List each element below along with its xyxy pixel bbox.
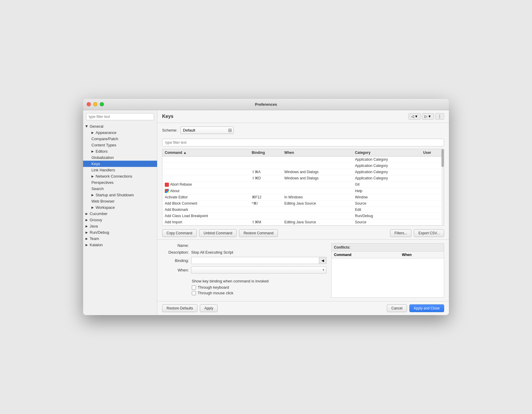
sidebar-item-appearance[interactable]: ▶ Appearance	[83, 129, 157, 136]
table-filter-input[interactable]	[162, 139, 444, 146]
when-select[interactable]	[191, 266, 327, 274]
chevron-icon: ▶	[86, 212, 88, 215]
main-panel: Keys ◁ ▼ ▷ ▼ ⋮ Scheme:	[157, 110, 449, 315]
bottom-section: Name: Description: Stop All Executing Sc…	[157, 239, 449, 301]
restore-defaults-button[interactable]: Restore Defaults	[162, 304, 197, 312]
forward-button[interactable]: ▷ ▼	[422, 113, 434, 120]
sidebar-item-startup-shutdown[interactable]: ▶ Startup and Shutdown	[83, 192, 157, 198]
col-category[interactable]: Category	[353, 149, 421, 157]
table-cell-binding: ⇧⌘D	[249, 175, 282, 181]
sidebar-item-link-handlers[interactable]: Link Handlers	[83, 167, 157, 173]
minimize-button[interactable]	[93, 102, 97, 106]
table-cell-category: Run/Debug	[353, 213, 421, 219]
table-cell-category: Source	[353, 219, 421, 225]
export-csv-button[interactable]: Export CSV...	[414, 229, 444, 237]
col-user[interactable]: User	[421, 149, 444, 157]
unbind-command-button[interactable]: Unbind Command	[199, 229, 237, 237]
scrollbar-track[interactable]	[441, 149, 444, 226]
content-area: ▶ General ▶ Appearance Compare/Patch Con…	[83, 110, 449, 315]
sidebar-item-globalization[interactable]: Globalization	[83, 154, 157, 161]
binding-row: Binding: ◀	[162, 257, 327, 264]
table-row[interactable]: Abort RebaseGit	[162, 181, 444, 188]
table-row[interactable]: Application Category	[162, 156, 444, 162]
sidebar-item-general[interactable]: ▶ General	[83, 123, 157, 129]
filters-button[interactable]: Filters...	[390, 229, 412, 237]
detail-form: Name: Description: Stop All Executing Sc…	[162, 243, 444, 298]
more-actions-button[interactable]: ⋮	[435, 113, 444, 120]
table-cell-user	[421, 188, 444, 194]
scrollbar-thumb[interactable]	[441, 149, 444, 167]
close-button[interactable]	[87, 102, 91, 106]
col-binding[interactable]: Binding	[249, 149, 282, 157]
table-cell-when: Windows and Dialogs	[282, 169, 353, 175]
conflicts-header-row: Command When	[332, 252, 444, 258]
table-row[interactable]: Add BookmarkEdit	[162, 207, 444, 213]
table-cell-command: Add Import	[162, 219, 249, 225]
sidebar-item-network-connections[interactable]: ▶ Network Connections	[83, 173, 157, 179]
table-cell-category: Application Category	[353, 156, 421, 162]
sidebar-item-perspectives[interactable]: Perspectives	[83, 179, 157, 186]
sidebar-item-workspace[interactable]: ▶ Workspace	[83, 204, 157, 211]
show-binding-section: Show key binding when command is invoked…	[162, 276, 327, 298]
table-row[interactable]: Application Category	[162, 162, 444, 169]
table-cell-binding	[249, 162, 282, 169]
cancel-button[interactable]: Cancel	[387, 304, 407, 312]
sidebar-item-editors[interactable]: ▶ Editors	[83, 148, 157, 154]
copy-command-button[interactable]: Copy Command	[162, 229, 197, 237]
table-cell-binding: ⌘F12	[249, 194, 282, 200]
table-cell-category: Window	[353, 194, 421, 200]
chevron-icon: ▶	[85, 125, 88, 127]
sidebar-item-java[interactable]: ▶ Java	[83, 223, 157, 229]
maximize-button[interactable]	[100, 102, 104, 106]
table-cell-when	[282, 188, 353, 194]
conflicts-col-when: When	[400, 252, 444, 258]
restore-command-button[interactable]: Restore Command	[239, 229, 278, 237]
sidebar: ▶ General ▶ Appearance Compare/Patch Con…	[83, 110, 157, 315]
back-dropdown-icon: ▼	[414, 114, 418, 118]
chevron-icon: ▶	[91, 193, 94, 197]
detail-left: Name: Description: Stop All Executing Sc…	[162, 243, 327, 298]
table-cell-command: Add Class Load Breakpoint	[162, 213, 249, 219]
table-row[interactable]: Add Import⇧⌘MEditing Java SourceSource	[162, 219, 444, 225]
binding-button[interactable]: ◀	[319, 257, 327, 264]
sidebar-item-cucumber[interactable]: ▶ Cucumber	[83, 211, 157, 217]
table-row[interactable]: ⇧⌘AWindows and DialogsApplication Catego…	[162, 169, 444, 175]
sidebar-item-compare-patch[interactable]: Compare/Patch	[83, 136, 157, 142]
col-command[interactable]: Command ▲	[162, 149, 249, 157]
when-select-wrapper	[191, 266, 327, 274]
sidebar-item-content-types[interactable]: Content Types	[83, 142, 157, 148]
chevron-icon: ▶	[91, 175, 94, 178]
table-cell-user	[421, 213, 444, 219]
table-cell-when	[282, 213, 353, 219]
through-mouse-checkbox[interactable]	[192, 291, 196, 295]
traffic-lights	[87, 102, 104, 106]
binding-input[interactable]	[191, 257, 319, 264]
through-keyboard-checkbox[interactable]	[192, 285, 196, 290]
main-header: Keys ◁ ▼ ▷ ▼ ⋮	[157, 110, 449, 123]
col-when[interactable]: When	[282, 149, 353, 157]
table-row[interactable]: Add Class Load BreakpointRun/Debug	[162, 213, 444, 219]
scheme-select[interactable]: Default	[180, 127, 234, 134]
sidebar-item-team[interactable]: ▶ Team	[83, 236, 157, 242]
sidebar-item-keys[interactable]: Keys	[83, 161, 157, 167]
sidebar-filter-input[interactable]	[86, 113, 154, 120]
table-row[interactable]: AboutHelp	[162, 188, 444, 194]
table-row[interactable]: ⇧⌘DWindows and DialogsApplication Catego…	[162, 175, 444, 181]
conflicts-panel: Conflicts: Command When	[331, 243, 444, 298]
multi-icon	[165, 189, 169, 193]
sidebar-item-katalon[interactable]: ▶ Katalon	[83, 242, 157, 248]
table-cell-user	[421, 162, 444, 169]
back-button[interactable]: ◁ ▼	[408, 113, 421, 120]
table-cell-when	[282, 207, 353, 213]
table-cell-user	[421, 200, 444, 207]
name-label: Name:	[162, 243, 189, 248]
sidebar-item-run-debug[interactable]: ▶ Run/Debug	[83, 229, 157, 236]
table-row[interactable]: Add Block Comment^⌘/Editing Java SourceS…	[162, 200, 444, 207]
sidebar-item-web-browser[interactable]: Web Browser	[83, 198, 157, 204]
sidebar-item-search[interactable]: Search	[83, 186, 157, 192]
apply-and-close-button[interactable]: Apply and Close	[409, 304, 444, 312]
table-row[interactable]: Activate Editor⌘F12In WindowsWindow	[162, 194, 444, 200]
apply-button[interactable]: Apply	[200, 304, 218, 312]
sidebar-item-groovy[interactable]: ▶ Groovy	[83, 217, 157, 223]
chevron-icon: ▶	[86, 237, 88, 240]
